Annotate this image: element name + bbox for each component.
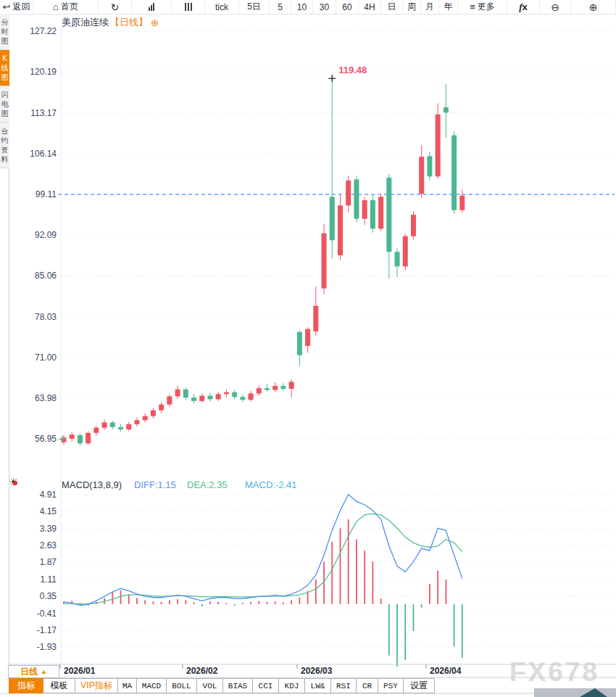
toolbar-button-5d[interactable]: 5日 [239, 0, 270, 14]
toolbar-button-m5[interactable]: 5 [270, 0, 291, 14]
y-axis-label: 1.87 [40, 557, 57, 567]
indicator-settings-icon[interactable]: ☀ [8, 475, 22, 490]
scroll-arrow-icon[interactable] [580, 688, 607, 697]
toolbar-label: tick [215, 2, 228, 12]
sidebar-tab-K线图[interactable]: K线图 [0, 50, 9, 86]
bar-chart-icon [149, 3, 154, 11]
zoom-in-icon: ⊕ [589, 2, 598, 12]
sliders-icon [185, 3, 192, 11]
toolbar-label: 返回 [12, 1, 30, 13]
toolbar-label: 年 [444, 1, 453, 13]
toolbar-button-fx[interactable]: fx [507, 0, 540, 14]
y-axis-label: 63.98 [35, 393, 57, 403]
macd-header: MACD(13,8,9) DIFF:1.15 DEA:2.35 MACD:-2.… [0, 479, 616, 491]
y-axis-label: 92.09 [35, 230, 57, 240]
y-axis-label: -0.41 [37, 609, 57, 619]
toolbar-label: 5日 [247, 1, 261, 13]
toolbar-label: 5 [278, 2, 283, 12]
chart-canvas[interactable] [62, 26, 615, 664]
period-tag: 【日线】 [110, 16, 148, 29]
toolbar-button-week[interactable]: 周 [403, 0, 421, 14]
y-axis-label: 2.63 [40, 540, 57, 550]
toolbar-button-zoom-out[interactable]: ⊖ [540, 0, 571, 14]
back-icon: ↩ [3, 2, 11, 12]
add-indicator-icon[interactable]: ⊕ [151, 17, 159, 28]
indicator-button-指标[interactable]: 指标 [9, 678, 43, 693]
y-axis-label: -1.17 [37, 625, 57, 635]
dea-value-label: DEA:2.35 [187, 479, 228, 490]
toolbar-button-year[interactable]: 年 [439, 0, 458, 14]
x-axis-label: 2026/04 [430, 666, 462, 676]
price-macd-chart: 127.22120.19113.17106.1499.1192.0985.067… [0, 0, 616, 697]
toolbar-button-back[interactable]: ↩返回 [0, 0, 33, 14]
toolbar-button-m30[interactable]: 30 [313, 0, 336, 14]
toolbar-button-indicator[interactable] [172, 0, 205, 14]
y-axis-label: 1.11 [41, 574, 57, 585]
indicator-button-VIP指标[interactable]: VIP指标 [75, 678, 118, 693]
toolbar-button-month[interactable]: 月 [421, 0, 439, 14]
indicator-button-BOLL[interactable]: BOLL [167, 678, 197, 693]
y-axis-label: 78.03 [35, 312, 57, 322]
chart-type-sidebar: 分时图K线图闪电图合约资料 [0, 14, 9, 678]
toolbar-button-more[interactable]: ≡更多 [458, 0, 507, 14]
y-axis-label: 71.00 [35, 352, 57, 363]
y-axis-label: 3.39 [40, 524, 57, 534]
toolbar-button-tick[interactable]: tick [205, 0, 239, 14]
sidebar-tab-分时图[interactable]: 分时图 [0, 14, 9, 50]
toolbar-button-chart-type[interactable] [132, 0, 172, 14]
chart-title-row: 美原油连续 【日线】 ⊕ [62, 16, 159, 29]
more-icon: ≡ [470, 2, 475, 12]
toolbar-label: 10 [297, 2, 307, 12]
toolbar-button-day[interactable]: 日 [381, 0, 403, 14]
indicator-button-CCI[interactable]: CCI [253, 678, 279, 693]
y-axis-label: 85.06 [35, 271, 57, 281]
toolbar-button-home[interactable]: ⌂首页 [33, 0, 99, 14]
home-icon: ⌂ [53, 2, 59, 12]
indicator-button-BIAS[interactable]: BIAS [223, 678, 253, 693]
period-label: 日线 [20, 666, 38, 678]
x-axis-label: 2026/02 [186, 666, 218, 676]
toolbar-button-zoom-in[interactable]: ⊕ [571, 0, 616, 14]
indicator-button-KDJ[interactable]: KDJ [279, 678, 305, 693]
sidebar-tab-闪电图[interactable]: 闪电图 [0, 86, 9, 123]
horizontal-scrollbar[interactable] [534, 688, 616, 697]
toolbar-button-h4[interactable]: 4H [359, 0, 381, 14]
y-axis-label: 56.95 [35, 434, 57, 444]
indicator-button-PSY[interactable]: PSY [378, 678, 404, 693]
zoom-out-icon: ⊖ [551, 2, 559, 12]
indicator-toolbar: 指标模板VIP指标MAMACDBOLLVOLBIASCCIKDJLW&RSICR… [9, 678, 435, 693]
y-axis-label: 0.35 [40, 591, 57, 601]
x-axis-label: 2026/03 [301, 666, 333, 676]
toolbar-button-m10[interactable]: 10 [291, 0, 313, 14]
y-axis-label: 120.19 [30, 67, 57, 77]
toolbar-button-refresh[interactable]: ↻ [99, 0, 132, 14]
macd-params-label: MACD(13,8,9) [62, 479, 122, 490]
y-axis-label: 4.15 [40, 506, 57, 516]
symbol-name: 美原油连续 [62, 16, 109, 29]
toolbar-label: 更多 [478, 1, 495, 13]
indicator-button-MACD[interactable]: MACD [137, 678, 167, 693]
refresh-icon: ↻ [111, 2, 120, 12]
toolbar-button-m60[interactable]: 60 [336, 0, 359, 14]
indicator-button-MA[interactable]: MA [118, 678, 137, 693]
toolbar-label: 4H [364, 2, 375, 12]
y-axis-label: 99.11 [36, 189, 57, 199]
indicator-button-RSI[interactable]: RSI [331, 678, 357, 693]
toolbar-label: 首页 [61, 1, 78, 13]
toolbar-label: 60 [342, 2, 351, 12]
indicator-button-模板[interactable]: 模板 [43, 678, 75, 693]
top-toolbar: ↩返回⌂首页↻tick5日51030604H日周月年≡更多fx⊖⊕ [0, 0, 616, 15]
diff-value-label: DIFF:1.15 [134, 479, 176, 490]
indicator-button-CR[interactable]: CR [357, 678, 378, 693]
toolbar-label: 周 [407, 1, 416, 13]
trading-app: 127.22120.19113.17106.1499.1192.0985.067… [0, 0, 616, 697]
indicator-button-LW&[interactable]: LW& [305, 678, 331, 693]
indicator-button-VOL[interactable]: VOL [197, 678, 223, 693]
y-axis-label: 106.14 [30, 149, 57, 159]
indicator-button-设置[interactable]: 设置 [404, 678, 435, 693]
fx-icon: fx [519, 1, 528, 13]
period-selector[interactable]: 日线 ▲ [8, 665, 59, 678]
y-axis-label: -1.93 [37, 642, 57, 652]
y-axis-label: 113.17 [30, 108, 57, 118]
sidebar-tab-合约资料[interactable]: 合约资料 [0, 123, 9, 168]
